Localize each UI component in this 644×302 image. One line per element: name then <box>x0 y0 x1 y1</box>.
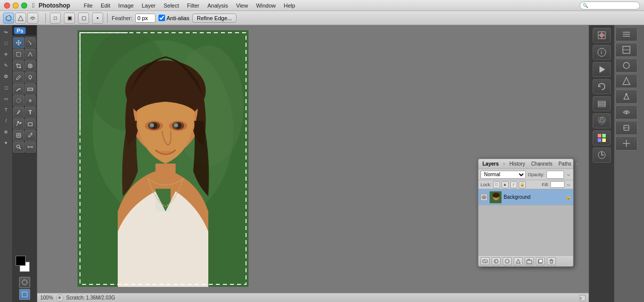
lasso-tool-icon[interactable] <box>3 13 14 24</box>
menu-image[interactable]: Image <box>115 2 137 10</box>
tool-presets-button[interactable] <box>593 147 611 163</box>
lock-all-icon[interactable]: 🔒 <box>519 181 526 188</box>
refine-edge-button[interactable]: Refine Edge... <box>192 14 236 23</box>
adjustment-layer-button[interactable] <box>514 257 523 265</box>
feather-input[interactable] <box>135 14 155 23</box>
lasso-lt[interactable]: ↬ <box>1 27 11 37</box>
clone-lt[interactable]: ❂ <box>1 71 11 82</box>
layer-style-button[interactable]: f <box>492 257 501 265</box>
layer-visibility-eye[interactable] <box>480 194 488 201</box>
brush-tool[interactable] <box>13 72 24 83</box>
layers-tab-bar[interactable]: Layers × History Channels Paths × <box>478 159 573 169</box>
eyedrop-lt[interactable]: ✦ <box>1 138 11 148</box>
minimize-button[interactable] <box>13 3 19 9</box>
heal-tool[interactable] <box>25 60 36 71</box>
path-tool[interactable] <box>25 49 36 60</box>
panel-button-3[interactable] <box>615 58 637 72</box>
canvas-image[interactable] <box>77 30 249 287</box>
actions-panel-button[interactable] <box>593 62 611 77</box>
menu-bar[interactable]: File Edit Image Layer Select Filter Anal… <box>80 2 298 10</box>
fill-arrow-icon[interactable] <box>566 182 571 187</box>
brush-lt[interactable]: ✎ <box>1 60 11 70</box>
panel-close[interactable]: × <box>575 161 578 167</box>
window-controls[interactable] <box>4 3 27 9</box>
group-layers-button[interactable] <box>525 257 534 265</box>
gradient-tool[interactable] <box>25 84 36 95</box>
type-tool[interactable]: T <box>25 107 36 118</box>
anti-alias-check[interactable] <box>158 15 165 21</box>
menu-view[interactable]: View <box>232 2 252 10</box>
menu-select[interactable]: Select <box>160 2 183 10</box>
crop-tool[interactable] <box>13 60 24 71</box>
paths-tab[interactable]: Paths <box>556 160 574 168</box>
add-mask-button[interactable] <box>503 257 512 265</box>
crop-lt[interactable]: ✛ <box>1 49 11 59</box>
close-button[interactable] <box>4 3 10 9</box>
zoom-lt[interactable]: ⊕ <box>1 127 11 137</box>
blur-tool[interactable] <box>13 95 24 106</box>
maximize-button[interactable] <box>21 3 27 9</box>
menu-edit[interactable]: Edit <box>97 2 114 10</box>
menu-file[interactable]: File <box>80 2 96 10</box>
notes-tool[interactable] <box>13 130 24 141</box>
link-layers-button[interactable] <box>480 257 490 265</box>
menu-help[interactable]: Help <box>280 2 299 10</box>
screen-mode-button[interactable] <box>19 289 30 300</box>
lock-transparency-icon[interactable]: / <box>510 181 517 188</box>
history-brush-tool[interactable] <box>13 84 24 95</box>
shape-lt[interactable]: ▭ <box>1 94 11 104</box>
lock-pixels-icon[interactable]: ▲ <box>502 181 509 188</box>
pen-lt[interactable]: / <box>1 116 11 126</box>
measure-tool[interactable] <box>25 141 36 153</box>
clone-tool[interactable] <box>25 72 36 83</box>
polygonal-lasso-icon[interactable] <box>15 13 26 24</box>
layers-tab[interactable]: Layers <box>480 160 501 168</box>
blend-mode-select[interactable]: Normal <box>480 171 526 179</box>
layers-mini-button[interactable] <box>593 96 611 111</box>
panel-button-6[interactable] <box>615 105 637 119</box>
delete-layer-button[interactable] <box>547 257 556 265</box>
panel-button-1[interactable] <box>615 27 637 41</box>
lock-position-icon[interactable]: □ <box>493 181 500 188</box>
layers-footer[interactable]: f <box>478 255 573 266</box>
pen-tool[interactable] <box>13 107 24 118</box>
panel-button-7[interactable] <box>615 121 637 135</box>
fill-input[interactable] <box>550 181 565 188</box>
opacity-input[interactable] <box>546 171 564 179</box>
panel-button-4[interactable] <box>615 74 637 88</box>
menu-analysis[interactable]: Analysis <box>204 2 231 10</box>
eyedropper-tool[interactable] <box>25 130 36 141</box>
channels-tab[interactable]: Channels <box>529 160 554 168</box>
navigator-panel-button[interactable] <box>593 28 611 43</box>
type-lt[interactable]: T <box>1 105 11 115</box>
arrow-tool[interactable] <box>25 37 36 48</box>
subtract-selection-icon[interactable]: ▢ <box>78 13 89 24</box>
panel-button-5[interactable] <box>615 90 637 104</box>
layer-item-background[interactable]: Background 🔒 <box>478 189 573 205</box>
move-tool[interactable] <box>13 37 24 48</box>
new-selection-icon[interactable]: □ <box>50 13 61 24</box>
intersect-selection-icon[interactable]: ▪ <box>92 13 103 24</box>
zoom-icon[interactable]: ⊕ <box>56 294 63 301</box>
swatches-button[interactable] <box>593 130 611 145</box>
shape-tool[interactable] <box>25 118 36 129</box>
add-selection-icon[interactable]: ▣ <box>64 13 75 24</box>
search-box[interactable]: 🔍 <box>580 2 640 10</box>
magnetic-lasso-icon[interactable] <box>27 13 38 24</box>
zoom-tool-box[interactable] <box>13 141 24 153</box>
select-lt[interactable]: □ <box>1 38 11 48</box>
color-swatches[interactable] <box>12 252 37 302</box>
menu-filter[interactable]: Filter <box>184 2 203 10</box>
menu-window[interactable]: Window <box>253 2 279 10</box>
quick-mask-button[interactable] <box>19 277 30 288</box>
status-arrow[interactable]: › <box>580 295 586 301</box>
foreground-color[interactable] <box>16 256 26 266</box>
eraser-lt[interactable]: ◻ <box>1 83 11 93</box>
history-panel-button[interactable] <box>593 79 611 94</box>
selection-tool-options[interactable] <box>3 13 38 24</box>
opacity-arrow-icon[interactable] <box>566 172 571 177</box>
path-selection-tool[interactable] <box>13 118 24 129</box>
dodge-tool[interactable] <box>25 95 36 106</box>
info-panel-button[interactable]: i <box>593 45 611 60</box>
history-tab[interactable]: History <box>508 160 527 168</box>
